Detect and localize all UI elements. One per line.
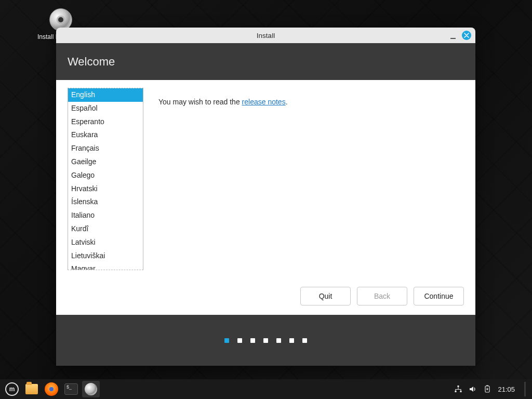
page-title: Welcome [68, 55, 115, 69]
network-icon [454, 385, 462, 393]
svg-rect-4 [458, 387, 459, 389]
language-option[interactable]: Hrvatski [68, 182, 143, 196]
language-option[interactable]: Français [68, 142, 143, 155]
close-icon [464, 33, 469, 38]
taskbar-installer[interactable] [82, 381, 100, 397]
release-notes-link[interactable]: release notes [242, 98, 286, 106]
terminal-icon [64, 383, 78, 395]
info-suffix: . [286, 98, 288, 106]
taskbar-terminal[interactable] [62, 381, 80, 397]
svg-rect-3 [460, 391, 462, 392]
folder-icon [25, 384, 38, 394]
firefox-icon [45, 382, 58, 396]
pager-dot [224, 338, 229, 343]
language-option[interactable]: Latviski [68, 236, 143, 249]
svg-rect-9 [486, 385, 488, 387]
language-option[interactable]: Lietuviškai [68, 249, 143, 263]
window-title: Install [257, 32, 275, 39]
tray-volume[interactable] [469, 385, 477, 393]
pager-dot [237, 338, 242, 343]
taskbar: m [0, 379, 532, 399]
language-option[interactable]: Kurdî [68, 222, 143, 236]
svg-rect-5 [456, 389, 461, 390]
installer-header: Welcome [56, 43, 475, 80]
svg-rect-6 [456, 389, 456, 391]
info-prefix: You may wish to read the [158, 98, 242, 106]
installer-footer [56, 315, 475, 366]
language-option[interactable]: Italiano [68, 209, 143, 222]
language-option[interactable]: English [68, 88, 143, 102]
language-option[interactable]: Esperanto [68, 115, 143, 129]
language-option[interactable]: Español [68, 102, 143, 115]
tray-clock[interactable]: 21:05 [498, 385, 515, 393]
tray-battery[interactable] [483, 385, 491, 393]
pager-dot [263, 338, 268, 343]
installer-content: EnglishEspañolEsperantoEuskaraFrançaisGa… [56, 80, 475, 315]
language-option[interactable]: Euskara [68, 128, 143, 142]
menu-button[interactable]: m [3, 381, 21, 397]
pager-dot [250, 338, 255, 343]
language-option[interactable]: Gaeilge [68, 155, 143, 169]
svg-rect-2 [455, 391, 457, 392]
show-desktop-button[interactable] [524, 382, 526, 396]
optical-disc-icon [85, 383, 97, 395]
installer-window: Install Welcome EnglishEspañolEsperantoE… [56, 28, 475, 366]
svg-rect-7 [461, 389, 461, 391]
pager-dot [289, 338, 294, 343]
pager-dot [276, 338, 281, 343]
continue-button[interactable]: Continue [414, 287, 464, 305]
taskbar-firefox[interactable] [43, 381, 60, 397]
tray-network[interactable] [454, 385, 462, 393]
pager-dot [302, 338, 307, 343]
volume-icon [469, 385, 477, 393]
taskbar-files[interactable] [23, 381, 41, 397]
wizard-button-row: Quit Back Continue [300, 287, 464, 305]
svg-point-0 [49, 387, 54, 391]
release-notes-text: You may wish to read the release notes. [158, 98, 288, 106]
close-button[interactable] [462, 31, 471, 40]
svg-rect-1 [458, 385, 459, 387]
window-titlebar[interactable]: Install [56, 28, 475, 43]
language-option[interactable]: Galego [68, 169, 143, 182]
battery-icon [483, 385, 491, 393]
minimize-button[interactable] [449, 32, 457, 39]
language-option[interactable]: Íslenska [68, 195, 143, 209]
step-pager [224, 338, 307, 343]
language-list[interactable]: EnglishEspañolEsperantoEuskaraFrançaisGa… [68, 88, 143, 270]
quit-button[interactable]: Quit [300, 287, 351, 305]
back-button[interactable]: Back [357, 287, 407, 305]
mint-logo-icon: m [5, 382, 19, 396]
language-option[interactable]: Magyar [68, 262, 143, 270]
